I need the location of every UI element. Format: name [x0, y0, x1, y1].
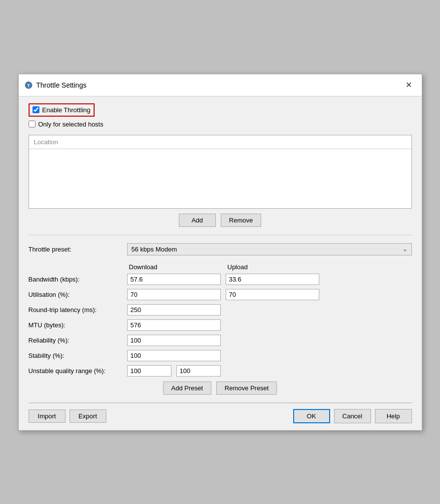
unstable-quality-input2[interactable]	[176, 365, 221, 377]
mtu-row: MTU (bytes):	[29, 319, 412, 331]
throttle-preset-value: 56 kbps Modem	[132, 246, 403, 253]
cancel-button[interactable]: Cancel	[334, 409, 371, 423]
download-col-header: Download	[127, 263, 226, 271]
bandwidth-label: Bandwidth (kbps):	[29, 276, 127, 283]
enable-throttling-checkbox[interactable]	[33, 106, 39, 113]
round-trip-latency-row: Round-trip latency (ms):	[29, 304, 412, 315]
reliability-input[interactable]	[127, 335, 221, 346]
app-icon: T	[25, 81, 33, 89]
throttle-preset-label: Throttle preset:	[29, 246, 127, 253]
stability-input[interactable]	[127, 350, 221, 361]
unstable-quality-label: Unstable quality range (%):	[29, 367, 127, 375]
remove-preset-button[interactable]: Remove Preset	[216, 381, 277, 395]
remove-button[interactable]: Remove	[221, 214, 261, 227]
mtu-input[interactable]	[127, 319, 221, 331]
bandwidth-upload-input[interactable]	[226, 274, 319, 285]
preset-buttons: Add Preset Remove Preset	[29, 381, 412, 395]
bottom-left-buttons: Import Export	[29, 410, 106, 423]
help-button[interactable]: Help	[375, 409, 412, 423]
utilisation-download-input[interactable]	[127, 289, 221, 300]
bottom-right-buttons: OK Cancel Help	[293, 409, 412, 423]
bandwidth-download-input[interactable]	[127, 274, 221, 285]
chevron-down-icon: ⌄	[403, 246, 407, 252]
import-button[interactable]: Import	[29, 410, 66, 423]
location-table-body	[29, 149, 411, 208]
only-selected-hosts-row: Only for selected hosts	[29, 121, 412, 128]
add-preset-button[interactable]: Add Preset	[163, 381, 211, 395]
utilisation-upload-input[interactable]	[226, 289, 319, 300]
col-headers-row: Download Upload	[29, 263, 412, 271]
reliability-row: Reliability (%):	[29, 335, 412, 346]
unstable-quality-row: Unstable quality range (%):	[29, 365, 412, 377]
close-button[interactable]: ✕	[402, 78, 416, 92]
title-bar-left: T Throttle Settings	[25, 81, 87, 89]
table-buttons: Add Remove	[29, 214, 412, 227]
section-divider	[29, 235, 412, 235]
throttle-preset-row: Throttle preset: 56 kbps Modem ⌄	[29, 243, 412, 255]
ok-button[interactable]: OK	[293, 409, 330, 423]
add-button[interactable]: Add	[179, 214, 216, 227]
throttle-settings-dialog: T Throttle Settings ✕ Enable Throttling …	[18, 74, 422, 431]
utilisation-row: Utilisation (%):	[29, 289, 412, 300]
unstable-quality-input1[interactable]	[127, 365, 171, 377]
location-table: Location	[29, 135, 412, 209]
bottom-divider	[29, 403, 412, 403]
export-button[interactable]: Export	[69, 410, 106, 423]
only-selected-hosts-checkbox[interactable]	[29, 121, 35, 127]
enable-throttling-row: Enable Throttling	[29, 103, 95, 117]
round-trip-latency-input[interactable]	[127, 304, 221, 315]
stability-label: Stability (%):	[29, 352, 127, 359]
only-selected-hosts-label[interactable]: Only for selected hosts	[38, 121, 103, 128]
stability-row: Stability (%):	[29, 350, 412, 361]
svg-text:T: T	[27, 83, 30, 88]
title-bar: T Throttle Settings ✕	[19, 74, 422, 96]
bandwidth-row: Bandwidth (kbps):	[29, 274, 412, 285]
throttle-preset-dropdown[interactable]: 56 kbps Modem ⌄	[127, 243, 412, 255]
dialog-body: Enable Throttling Only for selected host…	[19, 96, 422, 430]
bottom-buttons: Import Export OK Cancel Help	[29, 409, 412, 423]
enable-throttling-label[interactable]: Enable Throttling	[42, 106, 91, 114]
location-column-header: Location	[29, 135, 411, 149]
mtu-label: MTU (bytes):	[29, 321, 127, 329]
dialog-title: Throttle Settings	[36, 81, 87, 89]
upload-col-header: Upload	[226, 263, 324, 271]
utilisation-label: Utilisation (%):	[29, 291, 127, 298]
reliability-label: Reliability (%):	[29, 337, 127, 344]
round-trip-latency-label: Round-trip latency (ms):	[29, 306, 127, 314]
